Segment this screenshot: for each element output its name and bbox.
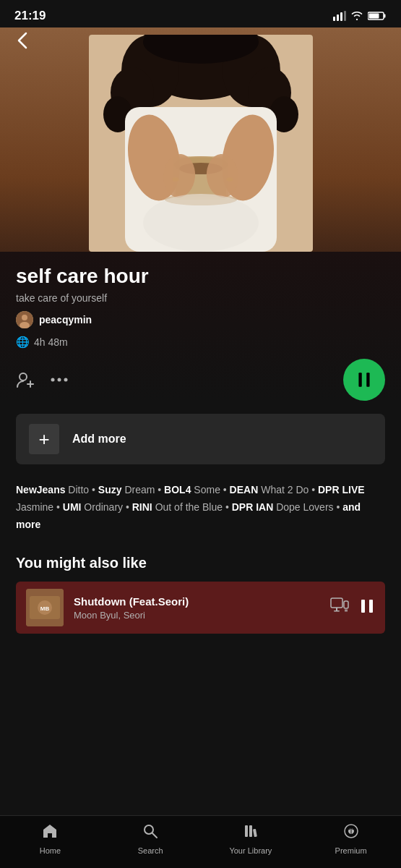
svg-point-28	[143, 194, 259, 252]
nav-home[interactable]: Home	[25, 823, 75, 855]
svg-text:MB: MB	[40, 605, 50, 612]
svg-rect-39	[366, 373, 369, 387]
rec-info: Shutdown (Feat.Seori) Moon Byul, Seori	[74, 595, 320, 621]
add-friend-button[interactable]	[16, 371, 35, 388]
add-more-label: Add more	[72, 433, 126, 446]
svg-rect-47	[344, 601, 348, 608]
svg-rect-1	[337, 14, 339, 21]
owner-name: peacqymin	[39, 314, 92, 326]
premium-icon	[343, 823, 359, 843]
connect-device-icon[interactable]	[330, 597, 349, 618]
tag-artist-2: Suzy	[98, 484, 122, 495]
svg-rect-5	[384, 14, 386, 18]
add-more-plus-icon: +	[29, 424, 59, 454]
tag-artist-7: RINI	[132, 501, 152, 513]
svg-point-52	[145, 825, 153, 834]
wifi-icon	[350, 11, 363, 21]
signal-icon	[333, 11, 346, 21]
action-row	[16, 359, 385, 401]
rec-album-art: MB	[26, 589, 64, 626]
svg-point-37	[64, 378, 68, 382]
meta-row: 🌐 4h 48m	[16, 336, 385, 349]
status-bar: 21:19	[0, 0, 401, 27]
search-icon	[142, 823, 158, 843]
rec-artist-name: Moon Byul, Seori	[74, 610, 320, 621]
add-more-button[interactable]: + Add more	[16, 414, 385, 464]
status-icons	[333, 11, 387, 21]
owner-row: peacqymin	[16, 311, 385, 328]
tag-artist-1: NewJeans	[16, 484, 65, 495]
info-section: self care hour take care of yourself pea…	[0, 252, 401, 401]
svg-point-32	[20, 373, 27, 380]
rec-song-title: Shutdown (Feat.Seori)	[74, 595, 320, 608]
svg-rect-6	[369, 14, 379, 19]
recommendations-title: You might also like	[16, 555, 385, 571]
svg-rect-2	[340, 12, 342, 21]
svg-point-35	[51, 378, 55, 382]
tags-text: NewJeans Ditto • Suzy Dream • BOL4 Some …	[16, 482, 385, 533]
svg-line-53	[152, 833, 157, 838]
svg-rect-51	[369, 600, 373, 613]
pause-button[interactable]	[343, 359, 385, 401]
nav-premium[interactable]: Premium	[326, 823, 376, 855]
nav-premium-label: Premium	[335, 846, 367, 855]
tag-artist-6: UMI	[63, 501, 82, 513]
home-icon	[42, 823, 58, 843]
action-left	[16, 371, 68, 388]
hero-section: self care hour take care of yourself pea…	[0, 27, 401, 401]
svg-rect-3	[344, 11, 346, 21]
svg-rect-38	[358, 373, 361, 387]
svg-rect-56	[253, 829, 257, 838]
nav-library[interactable]: Your Library	[225, 823, 276, 855]
tag-artist-5: DPR LIVE	[318, 484, 365, 495]
album-art-container	[0, 27, 401, 252]
recommendation-item[interactable]: MB Shutdown (Feat.Seori) Moon Byul, Seor…	[16, 582, 385, 634]
svg-rect-55	[249, 825, 252, 837]
album-art-svg	[89, 35, 313, 252]
svg-point-36	[58, 378, 61, 382]
library-icon	[243, 823, 259, 843]
svg-rect-54	[245, 825, 248, 837]
svg-rect-45	[336, 608, 337, 610]
playlist-description: take care of yourself	[16, 292, 385, 304]
playlist-duration: 4h 48m	[34, 336, 68, 348]
nav-search[interactable]: Search	[125, 823, 176, 855]
tag-artist-4: DEAN	[230, 484, 259, 495]
globe-icon: 🌐	[16, 336, 30, 349]
main-content: + Add more NewJeans Ditto • Suzy Dream •…	[0, 414, 401, 699]
nav-search-label: Search	[138, 846, 163, 855]
tags-section: NewJeans Ditto • Suzy Dream • BOL4 Some …	[0, 479, 401, 548]
album-art	[89, 35, 313, 252]
add-more-section: + Add more	[16, 414, 385, 464]
svg-rect-50	[361, 600, 365, 613]
more-button[interactable]	[51, 378, 68, 382]
bottom-nav: Home Search Your Library P	[0, 815, 401, 868]
tag-artist-8: DPR IAN	[232, 501, 274, 513]
nav-library-label: Your Library	[229, 846, 272, 855]
rec-actions	[330, 597, 375, 619]
status-time: 21:19	[14, 9, 46, 23]
svg-rect-0	[333, 17, 335, 21]
playlist-title: self care hour	[16, 265, 385, 288]
owner-avatar	[16, 311, 33, 328]
tag-artist-3: BOL4	[164, 484, 191, 495]
svg-rect-46	[334, 610, 340, 612]
rec-pause-button[interactable]	[359, 597, 375, 619]
svg-rect-44	[331, 598, 342, 608]
svg-point-30	[22, 315, 27, 320]
back-button[interactable]	[13, 27, 32, 58]
recommendations-section: You might also like MB Shutdown (Feat.Se…	[0, 548, 401, 634]
nav-home-label: Home	[40, 846, 61, 855]
battery-icon	[368, 11, 387, 21]
